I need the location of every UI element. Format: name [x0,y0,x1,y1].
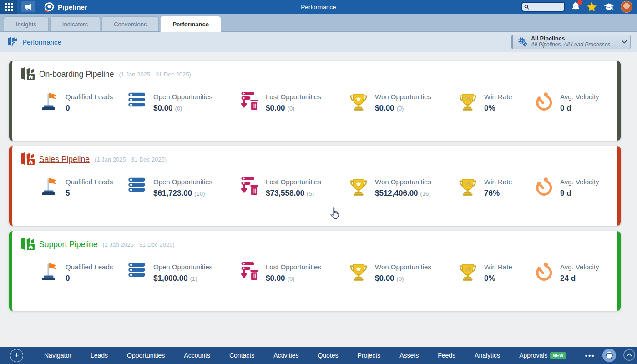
lost-trash-icon [239,262,260,283]
bottom-nav-projects[interactable]: Projects [358,352,381,359]
pipeline-card: On-boarding Pipeline (1 Jan 2025 - 31 De… [9,61,621,141]
flag-icon [39,92,60,113]
pipeline-icon [20,152,35,167]
metric-label: Qualified Leads [66,93,113,101]
bottom-nav-assets[interactable]: Assets [399,352,419,359]
tab-label: Conversions [114,21,147,28]
more-menu-button[interactable]: ••• [585,352,595,359]
notifications-button[interactable] [571,1,580,12]
bottom-nav-accounts[interactable]: Accounts [184,352,210,359]
bottom-nav-label: Contacts [229,352,254,359]
metric-value: $512,406.00 [375,189,418,198]
bottom-nav-label: Activities [273,352,298,359]
selector-chevron-button[interactable] [618,35,630,49]
pipeline-card: Sales Pipeline (1 Jan 2025 - 31 Dec 2025… [9,146,621,226]
search-input[interactable] [531,4,562,10]
apps-grid-icon[interactable] [0,0,17,14]
pipeline-date-range: (1 Jan 2025 - 31 Dec 2025) [95,156,167,163]
bottom-nav-opportunities[interactable]: Opportunities [127,352,165,359]
metric-label: Won Opportunities [375,178,431,186]
metric-label: Open Opportunities [153,263,212,271]
tab-insights[interactable]: Insights [4,16,49,31]
metric-value: $1,000.00 [153,274,188,283]
selector-subtitle: All Pipelines, All Lead Processes [531,42,610,48]
bottom-nav-leads[interactable]: Leads [91,352,108,359]
search-box[interactable] [521,2,565,12]
bottom-nav-navigator[interactable]: Navigator [44,352,71,359]
pipeline-title-link[interactable]: Support Pipeline [39,240,97,249]
tab-label: Performance [172,21,208,28]
new-badge: NEW [550,352,566,359]
metric-label: Won Opportunities [375,93,431,101]
pipeline-icon [20,67,35,82]
pipeliner-logo-icon [44,2,55,12]
bottom-nav-label: Quotes [318,352,338,359]
bottom-nav-contacts[interactable]: Contacts [229,352,254,359]
pipeline-icon [20,237,35,252]
tab-conversions[interactable]: Conversions [101,16,159,31]
metric: Open Opportunities $1,000.00 (1) [126,262,239,283]
metric-value: $73,558.00 [266,189,304,198]
pipeline-date-range: (1 Jan 2025 - 31 Dec 2025) [119,71,191,78]
bottom-nav-approvals[interactable]: Approvals NEW [519,352,566,359]
notification-badge [577,0,582,5]
metric-value: 24 d [560,274,576,283]
metric: Lost Opportunities $73,558.00 (5) [239,177,348,198]
metric-value: 9 d [560,189,571,198]
stopwatch-icon [533,92,554,113]
bottom-nav-analytics[interactable]: Analytics [475,352,500,359]
add-new-button[interactable]: + [10,349,23,362]
metric-value: $0.00 [153,104,173,113]
metric: Won Opportunities $0.00 (0) [348,262,457,283]
metric-label: Open Opportunities [153,93,212,101]
pipeliner-logo[interactable]: Pipeliner [44,2,87,12]
trophy-star-icon [348,177,369,198]
toolbar: Performance All Pipelines All Pipelines,… [0,32,637,52]
chevron-down-icon [622,40,627,44]
metric-label: Lost Opportunities [266,93,321,101]
metric-count: (0) [288,275,295,282]
metric-value: 0 [66,274,70,283]
metric-count: (0) [397,275,404,282]
metric: Avg. Velocity 9 d [533,177,617,198]
voyager-assistant-button[interactable] [602,349,616,362]
open-stages-icon [126,92,147,113]
metric-value: $0.00 [375,274,394,283]
metric-value: 0 d [560,104,571,113]
bottom-nav-activities[interactable]: Activities [273,352,298,359]
training-cap-icon[interactable] [603,3,614,11]
pipeline-title-link[interactable]: Sales Pipeline [39,155,90,164]
tab-performance[interactable]: Performance [160,16,221,32]
metric-label: Win Rate [484,93,512,101]
bottom-nav-quotes[interactable]: Quotes [318,352,338,359]
metric-value: 0% [484,274,495,283]
pipeline-title-link[interactable]: On-boarding Pipeline [39,70,114,79]
metric-value: $0.00 [266,274,285,283]
metric: Avg. Velocity 0 d [533,92,617,113]
stopwatch-icon [533,262,554,283]
selector-title: All Pipelines [531,35,610,42]
bottom-nav-feeds[interactable]: Feeds [438,352,455,359]
metric: % Win Rate 76% [457,177,533,198]
bottom-nav-label: Navigator [44,352,71,359]
metric: Open Opportunities $0.00 (0) [126,92,239,113]
favorites-star-icon[interactable] [586,2,597,12]
trophy-percent-icon: % [457,262,478,283]
flag-icon [39,177,60,198]
svg-text:%: % [465,265,470,273]
metrics-row: Qualified Leads 0 Open Opportunities $0.… [12,92,617,113]
user-avatar[interactable] [621,1,632,13]
bottom-nav-label: Leads [91,352,108,359]
metric-label: Avg. Velocity [560,263,599,271]
bottom-nav-label: Accounts [184,352,210,359]
search-icon [524,4,529,10]
tab-indicators[interactable]: Indicators [50,16,100,31]
metric-label: Qualified Leads [66,263,113,271]
megaphone-icon[interactable] [21,1,35,12]
metrics-row: Qualified Leads 5 Open Opportunities $61… [12,177,617,198]
collapse-bar-button[interactable] [623,349,635,361]
pipeline-selector[interactable]: All Pipelines All Pipelines, All Lead Pr… [511,35,631,49]
metric-label: Avg. Velocity [560,93,599,101]
open-stages-icon [126,177,147,198]
bottom-nav-label: Feeds [438,352,455,359]
